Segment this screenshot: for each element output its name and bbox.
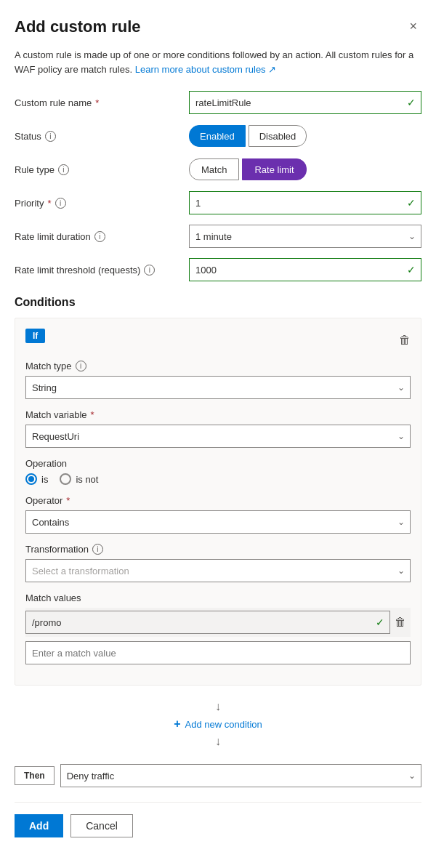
operation-is-not-option[interactable]: is not <box>60 473 98 485</box>
rate-limit-duration-select[interactable]: 1 minute 5 minutes <box>189 225 421 248</box>
panel-header: Add custom rule × <box>15 17 421 36</box>
priority-control: ✓ <box>189 191 421 214</box>
transformation-select-wrapper: Select a transformation ⌄ <box>25 559 411 582</box>
condition-header: If 🗑 <box>25 329 411 352</box>
valid-checkmark-icon: ✓ <box>407 97 416 108</box>
custom-rule-name-input[interactable] <box>189 91 421 114</box>
enter-match-value-input[interactable] <box>25 641 411 664</box>
learn-more-link[interactable]: Learn more about custom rules ↗ <box>135 64 277 75</box>
delete-match-value-icon[interactable]: 🗑 <box>395 616 406 629</box>
operation-is-not-radio[interactable] <box>60 473 71 485</box>
match-value-checkmark-icon: ✓ <box>376 616 384 628</box>
rule-type-group: Match Rate limit <box>189 158 307 180</box>
operator-group: Operator * Contains ⌄ <box>25 495 411 534</box>
conditions-box: If 🗑 Match type i String ⌄ Match variabl… <box>15 318 421 686</box>
rate-limit-threshold-row: Rate limit threshold (requests) i ✓ <box>15 258 421 281</box>
rate-limit-rule-type-btn[interactable]: Rate limit <box>242 158 306 180</box>
operation-radio-group: is is not <box>25 473 411 485</box>
threshold-checkmark-icon: ✓ <box>407 264 416 276</box>
priority-label: Priority * i <box>15 198 189 209</box>
custom-rule-name-row: Custom rule name * ✓ <box>15 91 421 114</box>
rate-limit-threshold-info-icon: i <box>144 265 155 276</box>
disabled-toggle[interactable]: Disabled <box>249 125 307 147</box>
transformation-label: Transformation i <box>25 544 411 555</box>
panel: Add custom rule × A custom rule is made … <box>0 0 436 867</box>
priority-info-icon: i <box>55 198 66 209</box>
transformation-info-icon: i <box>92 544 103 555</box>
match-values-group: Match values ✓ 🗑 <box>25 592 411 664</box>
custom-rule-name-label: Custom rule name * <box>15 97 189 108</box>
transformation-group: Transformation i Select a transformation… <box>25 544 411 582</box>
priority-required-star: * <box>47 198 51 209</box>
operator-select-wrapper: Contains ⌄ <box>25 510 411 534</box>
delete-condition-icon[interactable]: 🗑 <box>399 334 411 347</box>
match-value-row: ✓ 🗑 <box>25 608 411 637</box>
existing-match-value-wrapper: ✓ <box>25 611 390 634</box>
match-variable-group: Match variable * RequestUri ⌄ <box>25 409 411 448</box>
existing-match-value-input[interactable] <box>25 611 390 634</box>
status-row: Status i Enabled Disabled <box>15 124 421 148</box>
enabled-toggle[interactable]: Enabled <box>189 125 246 147</box>
rate-limit-duration-select-wrapper: 1 minute 5 minutes ⌄ <box>189 225 421 248</box>
rule-type-row: Rule type i Match Rate limit <box>15 158 421 181</box>
rate-limit-duration-control: 1 minute 5 minutes ⌄ <box>189 225 421 248</box>
match-type-select[interactable]: String <box>25 376 411 399</box>
rule-type-info-icon: i <box>58 164 69 175</box>
transformation-select[interactable]: Select a transformation <box>25 559 411 582</box>
status-toggle-group: Enabled Disabled <box>189 125 307 147</box>
plus-icon: + <box>174 718 180 731</box>
external-link-icon: ↗ <box>268 64 276 75</box>
match-values-label: Match values <box>25 592 411 603</box>
required-star: * <box>95 97 99 108</box>
rate-limit-threshold-control: ✓ <box>189 258 421 281</box>
match-type-select-wrapper: String ⌄ <box>25 376 411 399</box>
operator-label: Operator * <box>25 495 411 506</box>
match-variable-select-wrapper: RequestUri ⌄ <box>25 425 411 448</box>
operation-label: Operation <box>25 458 411 469</box>
priority-input[interactable] <box>189 191 421 214</box>
rate-limit-duration-row: Rate limit duration i 1 minute 5 minutes… <box>15 225 421 248</box>
radio-dot <box>28 476 34 482</box>
rate-limit-threshold-input[interactable] <box>189 258 421 281</box>
match-type-label: Match type i <box>25 361 411 371</box>
rate-limit-threshold-select-wrapper: ✓ <box>189 258 421 281</box>
rate-limit-threshold-label: Rate limit threshold (requests) i <box>15 265 189 276</box>
conditions-section-title: Conditions <box>15 296 421 309</box>
then-row: Then Deny traffic Allow traffic Log only… <box>15 764 421 787</box>
close-button[interactable]: × <box>405 17 421 36</box>
second-arrow-down-icon: ↓ <box>215 735 221 748</box>
footer-divider <box>15 802 421 803</box>
priority-select-wrapper: ✓ <box>189 191 421 214</box>
operation-is-option[interactable]: is <box>25 473 48 485</box>
match-variable-label: Match variable * <box>25 409 411 420</box>
match-variable-select[interactable]: RequestUri <box>25 425 411 448</box>
custom-rule-name-control: ✓ <box>189 91 421 114</box>
operation-is-radio[interactable] <box>25 473 37 485</box>
cancel-button[interactable]: Cancel <box>70 814 133 837</box>
status-info-icon: i <box>45 131 56 142</box>
add-new-condition-button[interactable]: + Add new condition <box>174 718 262 731</box>
match-type-group: Match type i String ⌄ <box>25 361 411 399</box>
arrow-down-icon: ↓ <box>215 700 221 713</box>
match-type-info-icon: i <box>76 361 86 371</box>
priority-row: Priority * i ✓ <box>15 191 421 214</box>
status-label: Status i <box>15 131 189 142</box>
panel-title: Add custom rule <box>15 17 141 36</box>
footer-actions: Add Cancel <box>15 814 421 852</box>
then-badge: Then <box>15 766 54 785</box>
then-action-select-wrapper: Deny traffic Allow traffic Log only Redi… <box>60 764 421 787</box>
add-condition-area: ↓ + Add new condition ↓ <box>15 691 421 755</box>
operation-group: Operation is is not <box>25 458 411 485</box>
priority-checkmark-icon: ✓ <box>407 197 416 209</box>
rate-limit-duration-info-icon: i <box>94 231 105 242</box>
rule-type-label: Rule type i <box>15 164 189 175</box>
description-text: A custom rule is made up of one or more … <box>15 48 421 76</box>
then-action-select[interactable]: Deny traffic Allow traffic Log only Redi… <box>60 764 421 787</box>
rate-limit-duration-label: Rate limit duration i <box>15 231 189 242</box>
if-badge: If <box>25 329 45 343</box>
operator-select[interactable]: Contains <box>25 510 411 534</box>
match-rule-type-btn[interactable]: Match <box>189 158 239 180</box>
add-button[interactable]: Add <box>15 814 63 837</box>
